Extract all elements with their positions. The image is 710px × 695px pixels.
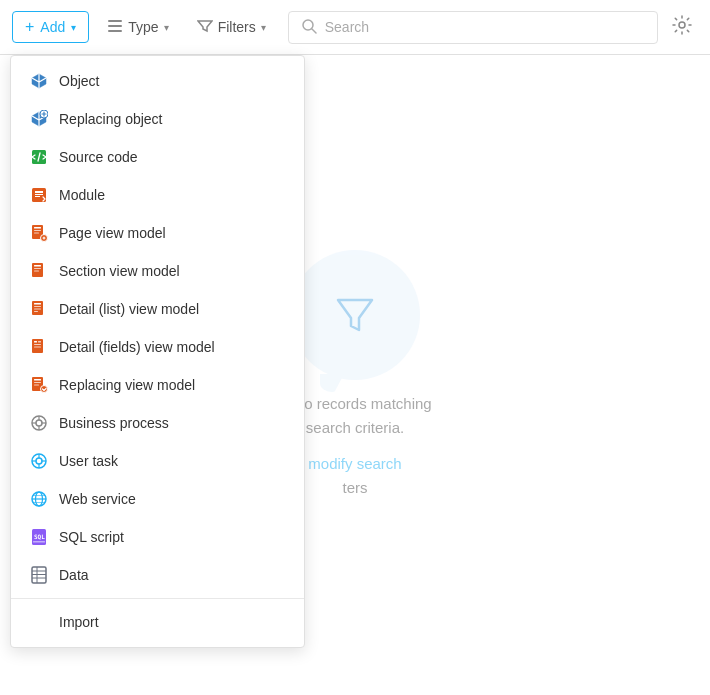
svg-point-32	[41, 386, 48, 393]
detail-fields-icon	[29, 337, 49, 357]
dropdown-item-section-view-model[interactable]: Section view model	[11, 252, 304, 290]
filter-icon	[197, 18, 213, 37]
dropdown-item-object[interactable]: Object	[11, 62, 304, 100]
dropdown-item-section-view-model-label: Section view model	[59, 263, 180, 279]
dropdown-item-replacing-object[interactable]: Replacing object	[11, 100, 304, 138]
plus-icon: +	[25, 18, 34, 36]
page-view-icon	[29, 223, 49, 243]
svg-rect-27	[38, 341, 41, 343]
add-dropdown: Object Replacing object Source code	[10, 55, 305, 648]
dropdown-item-user-task-label: User task	[59, 453, 118, 469]
dropdown-item-import[interactable]: Import	[11, 603, 304, 641]
svg-text:SQL: SQL	[34, 533, 45, 540]
search-box[interactable]: Search	[288, 11, 658, 44]
svg-rect-10	[34, 227, 41, 229]
filters-button[interactable]: Filters ▾	[187, 12, 276, 43]
svg-rect-52	[33, 541, 45, 543]
dropdown-item-replacing-view-model-label: Replacing view model	[59, 377, 195, 393]
dropdown-item-sql-script-label: SQL script	[59, 529, 124, 545]
dropdown-item-replacing-object-label: Replacing object	[59, 111, 163, 127]
svg-rect-12	[34, 233, 39, 234]
dropdown-item-source-code-label: Source code	[59, 149, 138, 165]
cube-replace-icon	[29, 109, 49, 129]
svg-rect-21	[34, 309, 41, 310]
dropdown-item-web-service[interactable]: Web service	[11, 480, 304, 518]
filter-bubble	[290, 250, 420, 380]
svg-rect-22	[34, 311, 38, 312]
type-label: Type	[128, 19, 158, 35]
type-icon	[107, 18, 123, 37]
dropdown-item-detail-fields-view-model-label: Detail (fields) view model	[59, 339, 215, 355]
user-task-icon	[29, 451, 49, 471]
settings-button[interactable]	[666, 9, 698, 46]
cube-icon	[29, 71, 49, 91]
dropdown-item-detail-fields-view-model[interactable]: Detail (fields) view model	[11, 328, 304, 366]
toolbar: + Add ▾ Type ▾ Filters ▾	[0, 0, 710, 55]
filters-chevron-icon: ▾	[261, 22, 266, 33]
svg-rect-1	[108, 25, 122, 27]
dropdown-item-detail-list-view-model-label: Detail (list) view model	[59, 301, 199, 317]
modify-text: modify search ters	[308, 452, 401, 500]
section-view-icon	[29, 261, 49, 281]
dropdown-item-data[interactable]: Data	[11, 556, 304, 594]
dropdown-item-data-label: Data	[59, 567, 89, 583]
dropdown-item-user-task[interactable]: User task	[11, 442, 304, 480]
dropdown-item-object-label: Object	[59, 73, 99, 89]
svg-rect-2	[108, 30, 122, 32]
source-code-icon	[29, 147, 49, 167]
svg-rect-23	[32, 339, 43, 353]
dropdown-item-module-label: Module	[59, 187, 105, 203]
add-chevron-icon: ▾	[71, 22, 76, 33]
import-icon	[29, 612, 49, 632]
module-icon	[29, 185, 49, 205]
svg-rect-0	[108, 20, 122, 22]
svg-rect-31	[34, 385, 39, 386]
dropdown-item-replacing-view-model[interactable]: Replacing view model	[11, 366, 304, 404]
svg-line-4	[312, 29, 316, 33]
dropdown-item-web-service-label: Web service	[59, 491, 136, 507]
business-process-icon	[29, 413, 49, 433]
filters-label: Filters	[218, 19, 256, 35]
dropdown-divider	[11, 598, 304, 599]
type-button[interactable]: Type ▾	[97, 12, 178, 43]
dropdown-item-page-view-model-label: Page view model	[59, 225, 166, 241]
funnel-icon	[330, 290, 380, 340]
dropdown-item-business-process-label: Business process	[59, 415, 169, 431]
svg-point-5	[679, 22, 685, 28]
dropdown-item-sql-script[interactable]: SQL SQL script	[11, 518, 304, 556]
svg-rect-26	[34, 347, 41, 348]
svg-rect-29	[34, 379, 41, 381]
svg-rect-17	[34, 271, 39, 272]
svg-rect-16	[34, 268, 41, 269]
svg-rect-11	[34, 230, 41, 231]
search-placeholder: Search	[325, 19, 369, 35]
gear-icon	[672, 19, 692, 39]
detail-list-icon	[29, 299, 49, 319]
dropdown-item-detail-list-view-model[interactable]: Detail (list) view model	[11, 290, 304, 328]
sql-script-icon: SQL	[29, 527, 49, 547]
data-icon	[29, 565, 49, 585]
dropdown-item-source-code[interactable]: Source code	[11, 138, 304, 176]
add-label: Add	[40, 19, 65, 35]
svg-rect-20	[34, 306, 41, 307]
svg-rect-15	[34, 265, 41, 267]
dropdown-item-page-view-model[interactable]: Page view model	[11, 214, 304, 252]
add-button[interactable]: + Add ▾	[12, 11, 89, 43]
svg-rect-30	[34, 382, 41, 383]
search-icon	[301, 18, 317, 37]
svg-point-34	[36, 420, 42, 426]
replacing-view-icon	[29, 375, 49, 395]
svg-rect-19	[34, 303, 41, 305]
dropdown-item-import-label: Import	[59, 614, 99, 630]
web-service-icon	[29, 489, 49, 509]
svg-point-40	[36, 458, 42, 464]
type-chevron-icon: ▾	[164, 22, 169, 33]
dropdown-item-module[interactable]: Module	[11, 176, 304, 214]
svg-rect-25	[34, 344, 41, 345]
svg-rect-24	[34, 341, 37, 343]
dropdown-item-business-process[interactable]: Business process	[11, 404, 304, 442]
